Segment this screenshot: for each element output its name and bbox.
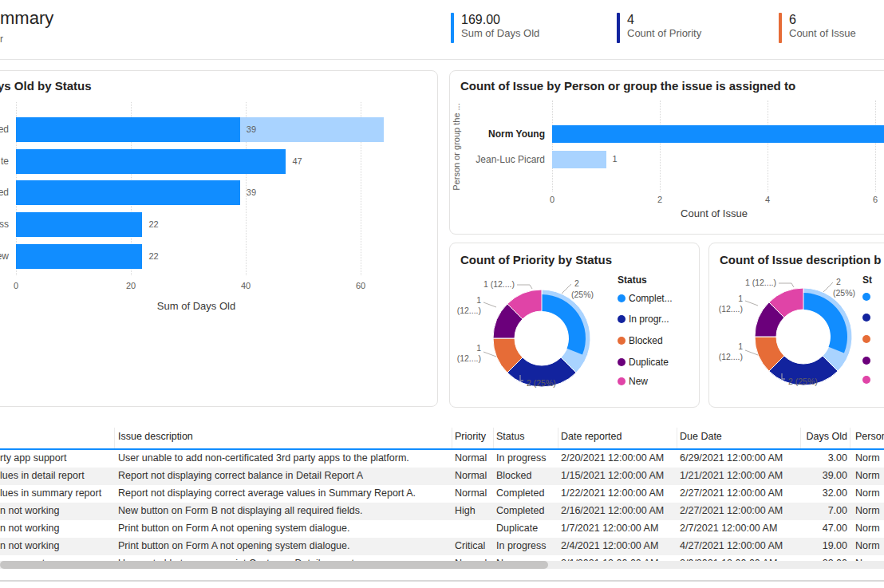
table-cell[interactable]: Normal	[455, 452, 491, 464]
donut-priority-title: Count of Priority by Status	[460, 253, 612, 266]
legend-item[interactable]	[862, 314, 874, 322]
table-row[interactable]: lues in detail reportReport not displayi…	[0, 468, 884, 485]
donut-callout-label: (12....)	[457, 353, 481, 363]
donut-callout-label: 2	[836, 277, 841, 286]
donut-slice-highlight-0[interactable]	[542, 294, 586, 355]
kpi-label: Sum of Days Old	[461, 27, 539, 39]
table-cell[interactable]: Norm	[855, 487, 884, 499]
legend-item[interactable]: Blocked	[618, 335, 663, 346]
legend-item[interactable]	[862, 293, 874, 301]
table-cell[interactable]: Norm	[855, 505, 884, 516]
table-row[interactable]: lues in summary reportReport not display…	[0, 485, 884, 503]
table-cell[interactable]: New button on Form B not displaying all …	[118, 505, 449, 516]
table-cell[interactable]: Norm	[855, 452, 884, 464]
kpi-card-count-issue[interactable]: 6 Count of Issue	[779, 13, 856, 43]
column-header-Priority[interactable]: Priority	[455, 431, 491, 442]
kpi-value: 169.00	[461, 13, 539, 27]
table-row[interactable]: n not workingPrint button on Form A not …	[0, 520, 884, 538]
table-row[interactable]: n not workingPrint button on Form A not …	[0, 538, 884, 555]
table-cell[interactable]: rty app support	[0, 452, 114, 464]
table-cell[interactable]: Report not displaying correct balance in…	[118, 470, 449, 481]
table-row[interactable]: rty app supportUser unable to add non-ce…	[0, 450, 884, 468]
bar[interactable]	[552, 151, 606, 168]
callout-leader-line	[562, 284, 571, 294]
horizontal-scrollbar-thumb[interactable]	[0, 561, 548, 569]
table-cell[interactable]: 2/4/2021 12:00:00 AM	[561, 540, 675, 551]
x-tick-label: 60	[356, 281, 365, 290]
table-row[interactable]: n not workingNew button on Form B not di…	[0, 503, 884, 520]
legend-item[interactable]: New	[618, 376, 648, 387]
table-cell[interactable]: 39.00	[768, 470, 847, 481]
table-cell[interactable]: In progress	[496, 540, 555, 551]
bar[interactable]	[16, 149, 286, 174]
table-cell[interactable]: lues in detail report	[0, 470, 114, 481]
legend-dot-icon	[862, 357, 870, 365]
bar-total-segment[interactable]	[240, 117, 384, 142]
legend-dot-icon	[618, 358, 626, 366]
table-cell[interactable]: lues in summary report	[0, 487, 114, 499]
bar-chart-days-old-title: ys Old by Status	[0, 79, 92, 93]
category-label: te	[0, 156, 9, 167]
table-cell[interactable]: High	[455, 505, 491, 516]
donut-callout-label: (12....)	[719, 352, 743, 361]
bar-chart-person-card[interactable]	[449, 70, 884, 235]
legend-item[interactable]: In progr...	[618, 314, 669, 325]
kpi-value: 6	[789, 13, 856, 27]
table-cell[interactable]: In progress	[496, 452, 555, 464]
table-cell[interactable]: Normal	[455, 470, 491, 481]
donut-callout-label: 2 (25%)	[788, 377, 818, 386]
table-cell[interactable]: 7.00	[768, 505, 847, 516]
table-cell[interactable]: 47.00	[768, 523, 847, 534]
legend-item[interactable]	[862, 357, 874, 365]
legend-item[interactable]	[862, 335, 874, 343]
column-separator	[114, 428, 115, 448]
column-header-Issue description[interactable]: Issue description	[118, 431, 449, 442]
table-cell[interactable]: User unable to add non-certificated 3rd …	[118, 452, 449, 464]
kpi-card-count-priority[interactable]: 4 Count of Priority	[617, 13, 701, 43]
table-cell[interactable]: 1/7/2021 12:00:00 AM	[561, 523, 675, 534]
table-cell[interactable]: n not working	[0, 505, 114, 516]
table-cell[interactable]: Norm	[855, 540, 884, 551]
table-cell[interactable]: n not working	[0, 540, 114, 551]
table-cell[interactable]: Completed	[496, 487, 555, 499]
table-cell[interactable]: n not working	[0, 523, 114, 534]
table-cell[interactable]: Report not displaying correct average va…	[118, 487, 449, 499]
horizontal-scrollbar-track[interactable]	[0, 561, 884, 569]
bar[interactable]	[16, 180, 240, 205]
column-header-Date reported[interactable]: Date reported	[561, 431, 675, 442]
table-cell[interactable]: Duplicate	[496, 523, 555, 534]
table-cell[interactable]: 1/15/2021 12:00:00 AM	[561, 470, 675, 481]
donut-svg: 1 (12....)2(25%)1(12....)1(12....)2 (25%…	[704, 273, 884, 393]
legend-item[interactable]: Duplicate	[618, 357, 669, 368]
column-header-Days Old[interactable]: Days Old	[768, 431, 847, 442]
bar[interactable]	[16, 244, 142, 269]
legend-item[interactable]: Complet...	[618, 293, 673, 304]
table-cell[interactable]: Critical	[455, 540, 491, 551]
table-cell[interactable]: 3.00	[768, 452, 847, 464]
kpi-card-sum-days-old[interactable]: 169.00 Sum of Days Old	[451, 13, 539, 43]
table-cell[interactable]: Normal	[455, 487, 491, 499]
bar[interactable]	[552, 125, 884, 143]
table-cell[interactable]: Blocked	[496, 470, 555, 481]
table-cell[interactable]: Print button on Form A not opening syste…	[118, 523, 449, 534]
table-cell[interactable]: Norm	[855, 523, 884, 534]
column-header-Status[interactable]: Status	[496, 431, 555, 442]
bar[interactable]	[16, 212, 142, 237]
table-cell[interactable]: 2/20/2021 12:00:00 AM	[561, 452, 675, 464]
legend-item[interactable]	[862, 376, 874, 384]
table-cell[interactable]: 2/16/2021 12:00:00 AM	[561, 505, 675, 516]
table-cell[interactable]: Print button on Form A not opening syste…	[118, 540, 449, 551]
table-cell[interactable]: Completed	[496, 505, 555, 516]
bar[interactable]	[16, 117, 240, 142]
table-cell[interactable]: 1/22/2021 12:00:00 AM	[561, 487, 675, 499]
donut-slice-highlight-0[interactable]	[803, 293, 847, 353]
table-cell[interactable]: 19.00	[768, 540, 847, 551]
table-cell[interactable]: Norm	[855, 470, 884, 481]
category-label: ew	[0, 251, 9, 262]
column-header-Person[interactable]: Person	[855, 431, 884, 442]
legend-item-label: In progr...	[629, 314, 669, 325]
category-label: ed	[0, 187, 9, 198]
x-tick-label: 0	[550, 195, 554, 204]
bar-value-label: 39	[247, 187, 256, 197]
table-cell[interactable]: 32.00	[768, 487, 847, 499]
